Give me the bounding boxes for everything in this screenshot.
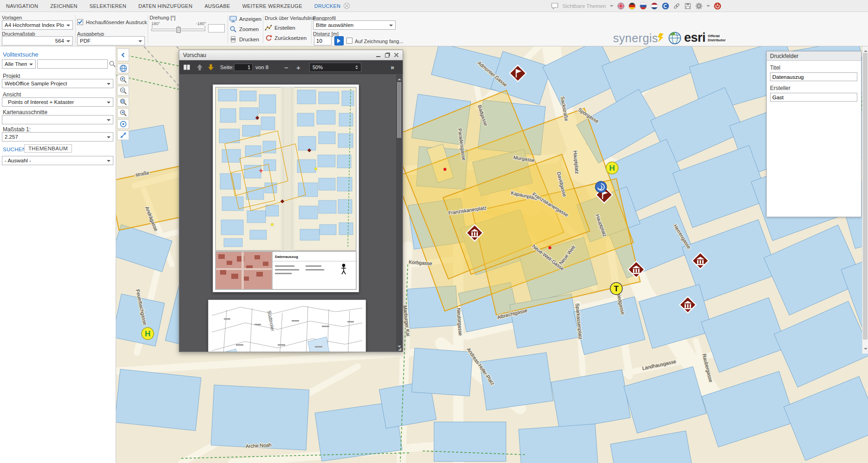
preview-content[interactable]: Datenauszug Südtir bbox=[179, 74, 403, 352]
chat-bubble-icon[interactable] bbox=[551, 2, 559, 10]
seite-label: Seite: bbox=[220, 64, 234, 70]
zoom-level-select[interactable]: 50% bbox=[309, 63, 361, 72]
tab-themenbaum[interactable]: THEMENBAUM bbox=[24, 144, 72, 153]
tab-ausgabe[interactable]: AUSGABE bbox=[198, 0, 236, 12]
resize-handle-icon[interactable]: ◢ bbox=[398, 347, 401, 351]
poi-taxi-t-icon[interactable]: T bbox=[610, 283, 622, 295]
poi-red-dot-icon[interactable] bbox=[444, 168, 446, 171]
zoom-window-button[interactable] bbox=[117, 97, 129, 107]
projekt-dropdown[interactable]: WebOffice Sample Project bbox=[2, 79, 113, 88]
esri-globe-icon bbox=[668, 31, 682, 45]
close-icon[interactable] bbox=[394, 52, 399, 58]
map-vertical-scrollbar[interactable] bbox=[862, 46, 868, 354]
spinner-icon[interactable] bbox=[355, 64, 358, 71]
zoom-in-button[interactable] bbox=[117, 75, 129, 84]
vorlagen-dropdown[interactable]: A4 Hochformat Index Plot bbox=[2, 20, 73, 30]
preview-titlebar[interactable]: Vorschau bbox=[179, 50, 403, 60]
close-tab-icon[interactable] bbox=[344, 3, 350, 9]
save-icon[interactable] bbox=[684, 2, 692, 10]
volltextsuche-link[interactable]: Volltextsuche bbox=[3, 51, 39, 58]
tab-weitere-werkzeuge[interactable]: WEITERE WERKZEUGE bbox=[236, 0, 308, 12]
link-icon[interactable] bbox=[673, 2, 680, 10]
rotation-slider[interactable] bbox=[151, 26, 206, 34]
esri-word: esri bbox=[684, 31, 705, 45]
kartenausschnitte-dropdown[interactable] bbox=[2, 115, 113, 124]
tab-drucken[interactable]: DRUCKEN bbox=[308, 0, 347, 12]
druckmassstab-dropdown[interactable]: 564 bbox=[2, 36, 73, 45]
preview-page-1[interactable]: Datenauszug bbox=[213, 84, 359, 292]
tab-daten-hinzufuegen[interactable]: DATEN HINZUFÜGEN bbox=[132, 0, 198, 12]
rotation-input[interactable] bbox=[208, 24, 225, 32]
fangprofil-dropdown[interactable]: Bitte auswählen bbox=[313, 20, 396, 30]
poi-stop-h-icon[interactable]: H bbox=[142, 328, 154, 340]
page-up-icon[interactable] bbox=[196, 64, 203, 71]
polyline-icon bbox=[265, 24, 272, 32]
pan-button[interactable] bbox=[117, 130, 129, 140]
zoomen-button[interactable]: Zoomen bbox=[229, 26, 259, 33]
pan-icon bbox=[119, 131, 127, 139]
preview-page-2[interactable]: Südtiroler bbox=[208, 300, 366, 352]
scroll-up-icon[interactable] bbox=[864, 48, 868, 52]
language-flag-nl-icon[interactable] bbox=[651, 2, 658, 10]
more-tools-button[interactable]: » bbox=[391, 64, 394, 71]
magnifier-icon bbox=[229, 26, 237, 33]
minimize-icon[interactable] bbox=[376, 53, 380, 57]
page-down-icon[interactable] bbox=[207, 64, 215, 71]
druckmassstab-value: 564 bbox=[55, 38, 64, 44]
zoomen-label: Zoomen bbox=[239, 26, 259, 32]
undo-icon bbox=[265, 34, 272, 42]
preview-window[interactable]: Vorschau Seite: von 8 − + 50% » bbox=[179, 50, 403, 352]
zoom-in-button[interactable]: + bbox=[296, 64, 300, 71]
distanz-input[interactable] bbox=[314, 36, 332, 45]
scroll-down-icon[interactable] bbox=[864, 348, 868, 352]
scrollbar-thumb[interactable] bbox=[863, 53, 868, 340]
page-number-input[interactable] bbox=[234, 64, 253, 71]
tab-suchen[interactable]: SUCHEN bbox=[3, 147, 26, 152]
poi-spiral-icon[interactable] bbox=[595, 181, 607, 193]
page-layout-icon[interactable] bbox=[183, 64, 190, 71]
visible-themes-label[interactable]: Sichtbare Themen bbox=[562, 3, 606, 9]
globe-button[interactable] bbox=[117, 64, 129, 73]
collapse-sidebar-button[interactable] bbox=[117, 48, 129, 61]
copyright-icon[interactable] bbox=[662, 2, 669, 10]
previous-extent-button[interactable] bbox=[117, 108, 129, 118]
zoom-out-button[interactable]: − bbox=[284, 64, 288, 71]
zoom-out-button[interactable] bbox=[117, 86, 129, 96]
language-flag-de-icon[interactable] bbox=[628, 2, 636, 10]
apply-distanz-button[interactable] bbox=[334, 36, 344, 45]
language-flag-ru-icon[interactable] bbox=[640, 2, 647, 10]
preview-scrollbar[interactable] bbox=[396, 75, 402, 351]
restore-icon[interactable] bbox=[385, 53, 389, 58]
search-input[interactable] bbox=[37, 59, 108, 69]
titel-input[interactable] bbox=[770, 72, 857, 81]
hochaufloesend-checkbox[interactable] bbox=[77, 19, 83, 25]
ausgabetyp-value: PDF bbox=[80, 38, 91, 44]
themen-dropdown[interactable]: Alle Themen bbox=[2, 59, 36, 69]
drucken-button[interactable]: Drucken bbox=[229, 36, 259, 43]
preview-scrollbar-thumb[interactable] bbox=[397, 82, 401, 138]
slider-handle[interactable] bbox=[176, 27, 181, 33]
erstellen-button[interactable]: Erstellen bbox=[265, 24, 295, 32]
ausgabetyp-dropdown[interactable]: PDF bbox=[77, 36, 145, 45]
vorlagen-label: Vorlagen bbox=[2, 15, 22, 20]
language-flag-uk-icon[interactable] bbox=[617, 2, 625, 10]
massstab-dropdown[interactable]: 2.257 bbox=[2, 132, 113, 141]
center-map-button[interactable] bbox=[117, 119, 129, 129]
tab-selektieren[interactable]: SELEKTIEREN bbox=[84, 0, 132, 12]
ersteller-input[interactable] bbox=[770, 93, 857, 102]
anzeigen-button[interactable]: Anzeigen bbox=[229, 15, 261, 23]
auswahl-dropdown[interactable]: - Auswahl - bbox=[2, 156, 113, 165]
ansicht-dropdown[interactable]: Points of Interest + Kataster bbox=[2, 97, 113, 107]
map-toolstrip bbox=[117, 48, 129, 141]
tab-navigation[interactable]: NAVIGATION bbox=[0, 0, 44, 12]
fang-checkbox[interactable] bbox=[346, 38, 352, 44]
gear-icon[interactable] bbox=[695, 2, 703, 10]
zuruecksetzen-button[interactable]: Zurücksetzen bbox=[265, 34, 307, 42]
poi-red-dot-icon[interactable] bbox=[548, 246, 551, 249]
tab-zeichnen[interactable]: ZEICHNEN bbox=[44, 0, 84, 12]
logout-icon[interactable] bbox=[714, 2, 721, 10]
search-icon[interactable] bbox=[109, 60, 116, 68]
poi-stop-h-icon[interactable]: H bbox=[606, 162, 618, 174]
gear-chevron-down-icon[interactable] bbox=[706, 5, 710, 9]
ersteller-label: Ersteller bbox=[770, 85, 861, 91]
